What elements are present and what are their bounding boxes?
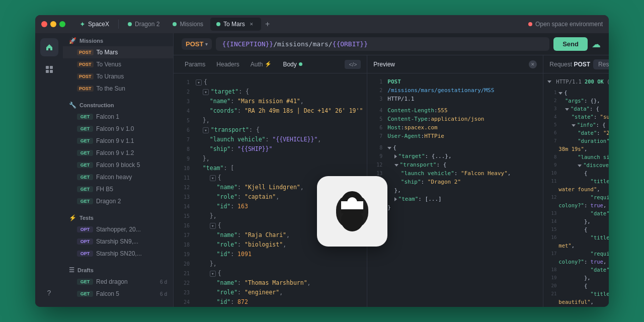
code-line: 5 }, xyxy=(174,116,367,125)
method-badge-get: GET xyxy=(77,186,93,192)
nav-item-falcon9block5[interactable]: GET Falcon 9 block 5 xyxy=(63,159,173,171)
preview-line: 2 /missions/mars/geostationary/MSS xyxy=(367,86,543,95)
environment-badge[interactable]: Open space environment xyxy=(528,21,603,28)
resp-line: 4 "state": "success", xyxy=(543,113,609,121)
code-line: 6 ▾"transport": { xyxy=(174,125,367,135)
tab-params[interactable]: Params xyxy=(180,59,210,70)
preview-panel: Preview ✕ 1 POST 2 /missions/ma xyxy=(367,55,543,307)
method-badge-get: GET xyxy=(77,138,93,144)
resp-line: 14 }, xyxy=(543,217,609,225)
nav-item-dragon2[interactable]: GET Dragon 2 xyxy=(63,195,173,207)
tab-to-mars[interactable]: To Mars ✕ xyxy=(210,18,261,31)
nav-item-falcon-heavy[interactable]: GET Falcon heavy xyxy=(63,171,173,183)
nav-item-falcon5[interactable]: GET Falcon 5 6 d xyxy=(63,288,173,300)
nav-item-falcon1[interactable]: GET Falcon 1 xyxy=(63,111,173,123)
resp-line: 16 "title": "Martians met", xyxy=(543,233,609,250)
sidebar-icon-help[interactable]: ? xyxy=(40,284,58,302)
svg-rect-1 xyxy=(50,66,53,69)
maximize-button[interactable] xyxy=(59,21,65,27)
method-selector[interactable]: POST ▾ xyxy=(182,38,212,50)
code-line: 10 "team": [ xyxy=(174,164,367,173)
resp-line: 15 { xyxy=(543,225,609,233)
preview-line: 13 "launch vehicle": "Falcon Heavy", xyxy=(367,169,543,178)
nav-section-construction: 🔧 Construction xyxy=(63,98,173,111)
resp-line: 13 "date": "2024/11/12" xyxy=(543,209,609,217)
nav-item-to-venus[interactable]: POST To Venus xyxy=(63,58,173,70)
tab-bar: ✦ SpaceX Dragon 2 Missions To Mars ✕ xyxy=(73,18,524,31)
sidebar-icon-home[interactable] xyxy=(40,38,58,56)
response-tab[interactable]: Response 200 xyxy=(593,59,609,69)
nav-item-fhb5[interactable]: GET FH B5 xyxy=(63,183,173,195)
nav-section-tests: ⚡ Tests xyxy=(63,210,173,223)
send-button[interactable]: Send xyxy=(553,37,588,51)
nav-item-falcon9v10[interactable]: GET Falcon 9 v 1.0 xyxy=(63,123,173,135)
cloud-icon: ☁ xyxy=(592,39,601,50)
nav-item-falcon9v12[interactable]: GET Falcon 9 v 1.2 xyxy=(63,147,173,159)
method-badge-post: POST xyxy=(77,86,94,92)
resp-line: 7 "duration": "128d 20h 38m 19s", xyxy=(543,137,609,153)
sidebar-bottom: ? xyxy=(40,284,58,302)
preview-line: 6 Host: spacex.com xyxy=(367,123,543,132)
tab-missions[interactable]: Missions xyxy=(167,18,209,31)
method-badge-post: POST xyxy=(77,61,94,67)
preview-line: 15 }, xyxy=(367,186,543,195)
close-tab-icon[interactable]: ✕ xyxy=(248,21,255,28)
nav-item-red-dragon[interactable]: GET Red dragon 6 d xyxy=(63,276,173,288)
nav-panel: 🚀 Missions POST To Mars POST To Venus PO… xyxy=(63,33,174,307)
resp-line: 22 "required for colony?": false, xyxy=(543,306,609,307)
preview-line: 35 } xyxy=(367,203,543,212)
app-name: ✦ SpaceX xyxy=(73,18,115,31)
svg-rect-3 xyxy=(50,70,53,73)
tab-auth[interactable]: Auth ⚡ xyxy=(246,59,277,70)
svg-rect-2 xyxy=(46,70,49,73)
sidebar-icon-grid[interactable] xyxy=(40,60,58,78)
code-view-button[interactable]: </> xyxy=(345,60,361,69)
code-line: 2 ▾"target": { xyxy=(174,87,367,97)
content-area: POST ▾ {{INCEPTION}}/missions/mars/{{ORB… xyxy=(174,33,609,307)
tab-body[interactable]: Body xyxy=(278,59,307,70)
nav-item-starship-sn20[interactable]: OPT Starship SN20,... xyxy=(63,248,173,260)
nav-section-drafts: ☰ Drafts xyxy=(63,263,173,276)
preview-line: 3 HTTP/1.1 xyxy=(367,95,543,103)
resp-line: 6 "date": "2024/11/05", xyxy=(543,129,609,137)
code-line: 23 "role": "engineer", xyxy=(174,288,367,297)
method-badge-get: GET xyxy=(77,198,93,204)
resp-line: 9 "discoveries": [ xyxy=(543,161,609,169)
code-line: 1 ▾{ xyxy=(174,77,367,87)
preview-line: 16 "team": [...] xyxy=(367,195,543,203)
resp-line: 10 { xyxy=(543,169,609,177)
preview-line: 5 Content-Type: application/json xyxy=(367,115,543,123)
preview-line: 9 "target": {...}, xyxy=(367,152,543,160)
nav-section-missions: 🚀 Missions xyxy=(63,33,173,46)
minimize-button[interactable] xyxy=(50,21,56,27)
fig-overlay xyxy=(317,176,387,247)
nav-item-starsship-sn9[interactable]: OPT Starship SN9,... xyxy=(63,235,173,248)
nav-item-to-mars[interactable]: POST To Mars xyxy=(63,46,173,58)
add-tab-button[interactable]: + xyxy=(262,19,273,30)
method-badge-get: GET xyxy=(77,174,93,180)
code-line: 9 }, xyxy=(174,154,367,164)
code-line: 4 "coords": "RA 2h 49m 18s | Dec +14° 26… xyxy=(174,106,367,116)
tests-icon: ⚡ xyxy=(69,214,76,221)
panel-tabs: Params Headers Auth ⚡ Body xyxy=(174,55,367,73)
resp-line: 21 "title": "Earth is beautiful", xyxy=(543,290,609,306)
code-line: 24 "id": 872 xyxy=(174,297,367,307)
resp-line: 20 { xyxy=(543,282,609,290)
body-active-dot xyxy=(299,62,302,66)
sidebar: ? xyxy=(35,33,63,307)
close-button[interactable] xyxy=(41,21,47,27)
code-line: 8 "ship": "{{SHIP}}" xyxy=(174,144,367,154)
method-badge-get: GET xyxy=(77,150,93,156)
drafts-icon: ☰ xyxy=(69,267,74,274)
nav-item-starhopper[interactable]: OPT Starhopper, 20... xyxy=(63,223,173,235)
method-badge-get: GET xyxy=(77,126,93,132)
nav-item-falcon9v11[interactable]: GET Falcon 9 v 1.1 xyxy=(63,135,173,147)
tab-dragon2[interactable]: Dragon 2 xyxy=(122,18,166,31)
tab-headers[interactable]: Headers xyxy=(211,59,244,70)
nav-item-to-the-sun[interactable]: POST To the Sun xyxy=(63,83,173,95)
url-bar[interactable]: {{INCEPTION}}/missions/mars/{{ORBIT}} xyxy=(216,37,549,51)
resp-line: 17 "required for colony?": true, xyxy=(543,250,609,266)
nav-item-to-uranus[interactable]: POST To Uranus xyxy=(63,70,173,83)
preview-close-button[interactable]: ✕ xyxy=(529,60,537,68)
resp-line: 2 "args": {}, xyxy=(543,97,609,105)
